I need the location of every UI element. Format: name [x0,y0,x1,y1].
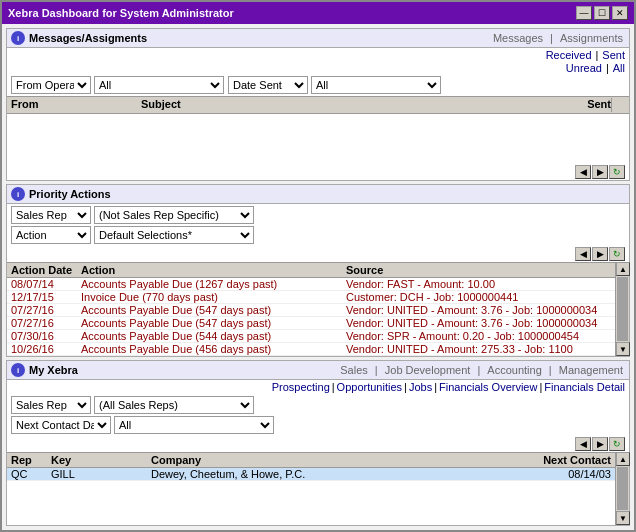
assignments-link[interactable]: Assignments [560,32,623,44]
myx-col-rep: Rep [11,454,51,466]
my-xebra-table-content: Rep Key Company Next Contact QC GILL Dew… [7,452,615,525]
messages-icon: i [11,31,25,45]
date-sent-select[interactable]: Date Sent [228,76,308,94]
priority-actions-section: i Priority Actions Sales Rep (Not Sales … [6,184,630,357]
myx-refresh-arrow[interactable]: ↻ [609,437,625,451]
my-xebra-row[interactable]: QC GILL Dewey, Cheetum, & Howe, P.C. 08/… [7,468,615,481]
pa-row-action: Invoice Due (770 days past) [81,291,346,303]
pa-next-arrow[interactable]: ▶ [592,247,608,261]
my-xebra-table-header: Rep Key Company Next Contact [7,452,615,468]
pa-action-select[interactable]: Action [11,226,91,244]
myx-next-contact-value[interactable]: All [114,416,274,434]
myx-sales-rep-select[interactable]: Sales Rep [11,396,91,414]
myx-prev-arrow[interactable]: ◀ [575,437,591,451]
prospecting-link[interactable]: Prospecting [272,381,330,393]
myx-filter-row-1: Sales Rep (All Sales Reps) [11,396,625,414]
sep3: | [606,62,609,74]
filter-row-2: Date Sent All [228,76,441,94]
pa-col-date: Action Date [11,264,81,276]
prev-arrow[interactable]: ◀ [575,165,591,179]
myx-row-rep: QC [11,468,51,480]
pa-prev-arrow[interactable]: ◀ [575,247,591,261]
col-subject: Subject [141,98,531,112]
myx-col-next-contact: Next Contact [521,454,611,466]
pa-refresh-arrow[interactable]: ↻ [609,247,625,261]
pa-row-date: 10/26/16 [11,343,81,355]
sales-link[interactable]: Sales [340,364,368,376]
priority-scrollbar[interactable]: ▲ ▼ [615,262,629,356]
pa-row-date: 07/30/16 [11,330,81,342]
pa-row-source: Vendor: UNITED - Amount: 275.33 - Job: 1… [346,343,611,355]
pa-row-source: Customer: DCH - Job: 1000000441 [346,291,611,303]
myx-col-key: Key [51,454,151,466]
pa-action-value[interactable]: Default Selections* [94,226,254,244]
scroll-thumb[interactable] [617,277,628,341]
sep6: | [434,381,437,393]
sent-link[interactable]: Sent [602,49,625,61]
messages-nav: ◀ ▶ ↻ [7,164,629,180]
content-area: i Messages/Assigments Messages | Assignm… [2,24,634,530]
close-button[interactable]: ✕ [612,6,628,20]
myx-scroll-down[interactable]: ▼ [616,511,630,525]
window-controls: — ☐ ✕ [576,6,628,20]
management-link[interactable]: Management [559,364,623,376]
opportunities-link[interactable]: Opportunities [337,381,402,393]
priority-row[interactable]: 07/27/16 Accounts Payable Due (547 days … [7,317,615,330]
myx-scrollbar[interactable]: ▲ ▼ [615,452,629,525]
my-xebra-links: Sales | Job Development | Accounting | M… [338,364,625,376]
pa-sales-rep-value[interactable]: (Not Sales Rep Specific) [94,206,254,224]
messages-header: i Messages/Assigments Messages | Assignm… [7,29,629,48]
sep3: | [549,364,552,376]
priority-table-header: Action Date Action Source [7,262,615,278]
pa-row-source: Vendor: FAST - Amount: 10.00 [346,278,611,290]
myx-next-arrow[interactable]: ▶ [592,437,608,451]
messages-links: Messages | Assignments [491,32,625,44]
pa-sales-rep-select[interactable]: Sales Rep [11,206,91,224]
messages-link[interactable]: Messages [493,32,543,44]
priority-row[interactable]: 07/27/16 Accounts Payable Due (547 days … [7,304,615,317]
pa-row-date: 12/17/15 [11,291,81,303]
financials-detail-link[interactable]: Financials Detail [544,381,625,393]
myx-scroll-up[interactable]: ▲ [616,452,630,466]
pa-col-action-header: Action [81,264,346,276]
priority-row[interactable]: 12/17/15 Invoice Due (770 days past) Cus… [7,291,615,304]
accounting-link[interactable]: Accounting [487,364,541,376]
sep4: | [332,381,335,393]
window-title: Xebra Dashboard for System Administrator [8,7,234,19]
myx-scroll-thumb[interactable] [617,467,628,510]
all-link[interactable]: All [613,62,625,74]
myx-sales-rep-value[interactable]: (All Sales Reps) [94,396,254,414]
filter-row-1: From Operator All [11,76,224,94]
priority-row[interactable]: 10/26/16 Accounts Payable Due (456 days … [7,343,615,356]
received-link[interactable]: Received [546,49,592,61]
jobs-link[interactable]: Jobs [409,381,432,393]
priority-rows: 08/07/14 Accounts Payable Due (1267 days… [7,278,615,356]
priority-row[interactable]: 07/30/16 Accounts Payable Due (544 days … [7,330,615,343]
pa-row-date: 07/27/16 [11,304,81,316]
my-xebra-icon: i [11,363,25,377]
priority-row[interactable]: 08/07/14 Accounts Payable Due (1267 days… [7,278,615,291]
next-arrow[interactable]: ▶ [592,165,608,179]
financials-link[interactable]: Financials Overview [439,381,537,393]
my-xebra-header: i My Xebra Sales | Job Development | Acc… [7,361,629,380]
pa-filter-row-1: Sales Rep (Not Sales Rep Specific) [11,206,625,224]
scroll-up[interactable]: ▲ [616,262,630,276]
messages-title: Messages/Assigments [29,32,147,44]
unread-link[interactable]: Unread [566,62,602,74]
myx-next-contact-select[interactable]: Next Contact Date [11,416,111,434]
messages-table-header: From Subject Sent [7,96,629,114]
pa-row-action: Accounts Payable Due (1267 days past) [81,278,346,290]
refresh-arrow[interactable]: ↻ [609,165,625,179]
maximize-button[interactable]: ☐ [594,6,610,20]
from-operator-value[interactable]: All [94,76,224,94]
priority-title: Priority Actions [29,188,111,200]
myx-row-key: GILL [51,468,151,480]
minimize-button[interactable]: — [576,6,592,20]
date-sent-value[interactable]: All [311,76,441,94]
my-xebra-nav: ◀ ▶ ↻ [7,436,629,452]
job-dev-link[interactable]: Job Development [385,364,471,376]
pa-filter-row-2: Action Default Selections* [11,226,625,244]
sep5: | [404,381,407,393]
scroll-down[interactable]: ▼ [616,342,630,356]
from-operator-select[interactable]: From Operator [11,76,91,94]
